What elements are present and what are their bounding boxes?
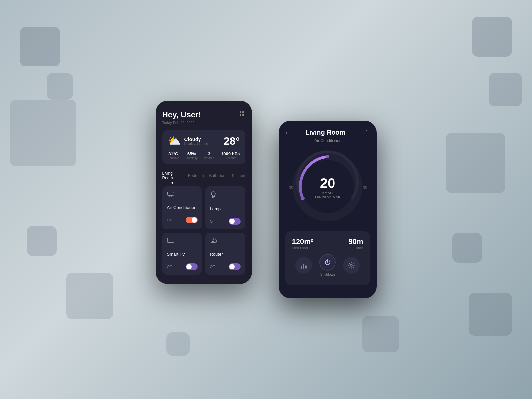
router-footer: Off	[210, 263, 241, 270]
settings-icon	[348, 262, 355, 269]
lamp-footer: Off	[210, 218, 241, 225]
phone1-header: Hey, User!	[162, 110, 245, 119]
router-name: Router	[210, 252, 241, 257]
tab-living-room[interactable]: Living Room	[162, 171, 183, 182]
ac-status: On	[167, 218, 172, 222]
ac-icon	[167, 191, 198, 199]
gauge-side-labels: -30 30	[285, 185, 370, 189]
time-info: 90m Time	[348, 237, 363, 250]
lamp-status: Off	[210, 219, 215, 223]
ac-footer: On	[167, 217, 198, 223]
phone2-subtitle: Air Conditioner	[285, 138, 370, 143]
wforce-value: 3	[204, 151, 214, 156]
device-card-router[interactable]: Router Off	[205, 233, 245, 275]
tab-bedroom[interactable]: Bedroom	[188, 173, 204, 179]
ac-name: Air Conditioner	[167, 205, 198, 210]
bars-icon	[301, 262, 307, 269]
svg-rect-0	[167, 192, 174, 195]
weather-stats: 31°C Sensible 65% Humidity 3 W.force 100…	[168, 151, 240, 160]
stat-sensible: 31°C Sensible	[168, 151, 179, 160]
svg-point-20	[326, 155, 329, 158]
gauge-container: 10	[285, 148, 370, 226]
sensible-label: Sensible	[168, 156, 179, 160]
more-button[interactable]: ⋮	[363, 129, 370, 136]
controls-row: Shutdown	[292, 251, 363, 279]
settings-button[interactable]	[343, 257, 360, 274]
lamp-toggle[interactable]	[229, 218, 241, 225]
time-label: Time	[348, 246, 363, 250]
svg-rect-6	[212, 197, 214, 198]
tab-kitchen[interactable]: Kitchen	[232, 173, 245, 179]
lamp-icon	[210, 191, 241, 200]
tv-toggle[interactable]	[186, 263, 198, 270]
info-row: 120m² First Floor 90m Time	[292, 237, 363, 250]
humidity-label: Humidity	[186, 156, 198, 160]
tab-bathroom[interactable]: Bathroom	[209, 173, 226, 179]
stat-humidity: 65% Humidity	[186, 151, 198, 160]
info-card: 120m² First Floor 90m Time	[285, 231, 370, 285]
sensible-value: 31°C	[168, 151, 179, 156]
svg-point-16	[213, 241, 214, 242]
weather-top: ⛅ Cloudy Kharkiv, Ukraine 28°	[168, 135, 240, 147]
stat-wforce: 3 W.force	[204, 151, 214, 160]
device-grid: Air Conditioner On Lamp Off	[162, 186, 245, 275]
gauge-right-label: 30	[363, 185, 367, 189]
svg-point-15	[212, 241, 213, 242]
svg-point-21	[350, 264, 352, 266]
svg-point-19	[301, 196, 305, 200]
phone1: Hey, User! Today Feb 22, 2022 ⛅ Cloudy K…	[156, 101, 252, 284]
gauge-left-label: -30	[288, 185, 293, 189]
svg-rect-7	[167, 238, 174, 242]
phones-container: Hey, User! Today Feb 22, 2022 ⛅ Cloudy K…	[156, 101, 377, 298]
shutdown-button[interactable]: Shutdown	[319, 254, 336, 276]
tv-status: Off	[167, 265, 172, 269]
phone2-title: Living Room	[305, 129, 345, 136]
date-label: Today Feb 22, 2022	[162, 121, 245, 125]
weather-temp: 28°	[224, 135, 240, 147]
area-info: 120m² First Floor	[292, 237, 313, 250]
power-icon-wrap	[319, 254, 336, 271]
weather-location: Kharkiv, Ukraine	[184, 142, 208, 146]
tv-footer: Off	[167, 263, 198, 270]
router-toggle[interactable]	[229, 263, 241, 270]
back-button[interactable]: ‹	[285, 129, 288, 136]
stat-pressure: 1009 hPa Pressure	[221, 151, 240, 160]
weather-card: ⛅ Cloudy Kharkiv, Ukraine 28° 31°C Sensi…	[162, 130, 245, 164]
settings-icon-wrap	[343, 257, 360, 274]
lamp-name: Lamp	[210, 206, 241, 211]
room-tabs: Living Room Bedroom Bathroom Kitchen	[162, 171, 245, 182]
weather-condition: Cloudy	[184, 136, 208, 142]
weather-icon: ⛅	[168, 135, 181, 147]
weather-left: ⛅ Cloudy Kharkiv, Ukraine	[168, 135, 208, 147]
router-status: Off	[210, 265, 215, 269]
room-label: ROOMTEMPERATURE	[315, 192, 340, 198]
tv-icon	[167, 237, 198, 245]
router-icon	[210, 237, 241, 245]
pressure-label: Pressure	[221, 156, 240, 160]
power-icon	[324, 259, 331, 266]
page-title: Hey, User!	[162, 110, 201, 119]
phone2-header: ‹ Living Room ⋮	[285, 129, 370, 136]
area-value: 120m²	[292, 237, 313, 246]
device-card-tv[interactable]: Smart TV Off	[162, 233, 202, 275]
phone2: ‹ Living Room ⋮ Air Conditioner 10	[279, 121, 377, 298]
device-card-ac[interactable]: Air Conditioner On	[162, 186, 202, 229]
grid-icon[interactable]	[238, 110, 245, 117]
weather-info: Cloudy Kharkiv, Ukraine	[184, 136, 208, 146]
time-value: 90m	[348, 237, 363, 246]
device-card-lamp[interactable]: Lamp Off	[205, 186, 245, 229]
area-label: First Floor	[292, 246, 313, 250]
tv-name: Smart TV	[167, 252, 198, 257]
ac-toggle[interactable]	[186, 217, 198, 223]
pressure-value: 1009 hPa	[221, 151, 240, 156]
shutdown-label: Shutdown	[320, 273, 335, 276]
wforce-label: W.force	[204, 156, 214, 160]
humidity-value: 65%	[186, 151, 198, 156]
bars-icon-wrap	[295, 257, 312, 274]
bars-button[interactable]	[295, 257, 312, 274]
